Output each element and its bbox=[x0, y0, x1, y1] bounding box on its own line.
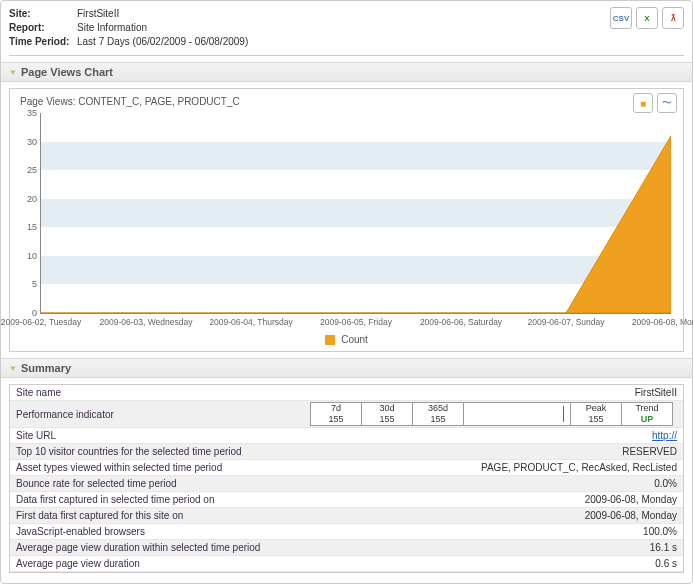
chart-legend: Count bbox=[16, 328, 677, 345]
summary-value: http:// bbox=[297, 429, 683, 442]
summary-label: Site URL bbox=[10, 429, 297, 442]
summary-value: 0.0% bbox=[297, 477, 683, 490]
summary-value: RESERVED bbox=[297, 445, 683, 458]
summary-value: 2009-06-08, Monday bbox=[297, 509, 683, 522]
y-tick: 20 bbox=[19, 194, 37, 204]
x-tick: 2009-06-03, Wednesday bbox=[100, 317, 193, 327]
summary-label: Data first captured in selected time per… bbox=[10, 493, 297, 506]
summary-section-label: Summary bbox=[21, 362, 71, 374]
collapse-icon[interactable]: ▼ bbox=[9, 68, 17, 77]
legend-swatch bbox=[325, 335, 335, 345]
report-value: Site Information bbox=[77, 22, 147, 33]
summary-row: Average page view duration within select… bbox=[10, 540, 683, 556]
summary-label: First data first captured for this site … bbox=[10, 509, 297, 522]
summary-label: Performance indicator bbox=[10, 408, 297, 421]
summary-value: 100.0% bbox=[297, 525, 683, 538]
site-value: FirstSiteII bbox=[77, 8, 119, 19]
summary-row: Average page view duration0.6 s bbox=[10, 556, 683, 572]
chart-panel: Page Views: CONTENT_C, PAGE, PRODUCT_C ■… bbox=[9, 88, 684, 352]
export-xls-button[interactable]: X bbox=[636, 7, 658, 29]
y-tick: 25 bbox=[19, 165, 37, 175]
chart-bar-button[interactable]: ■ bbox=[633, 93, 653, 113]
summary-label: Top 10 visitor countries for the selecte… bbox=[10, 445, 297, 458]
summary-row: Top 10 visitor countries for the selecte… bbox=[10, 444, 683, 460]
summary-row: Data first captured in selected time per… bbox=[10, 492, 683, 508]
chart-section-label: Page Views Chart bbox=[21, 66, 113, 78]
perf-cell: TrendUP bbox=[621, 402, 673, 426]
summary-value: 0.6 s bbox=[297, 557, 683, 570]
summary-label: Average page view duration within select… bbox=[10, 541, 297, 554]
perf-sparkline bbox=[463, 402, 570, 426]
summary-row: Bounce rate for selected time period0.0% bbox=[10, 476, 683, 492]
summary-row: First data first captured for this site … bbox=[10, 508, 683, 524]
summary-label: Asset types viewed within selected time … bbox=[10, 461, 297, 474]
summary-value: FirstSiteII bbox=[297, 386, 683, 399]
chart-plot-area: 051015202530352009-06-02, Tuesday2009-06… bbox=[40, 113, 671, 314]
summary-value: 7d15530d155365d155Peak155TrendUP bbox=[297, 401, 683, 427]
chart-line-button[interactable]: 〜 bbox=[657, 93, 677, 113]
y-tick: 15 bbox=[19, 222, 37, 232]
y-tick: 35 bbox=[19, 108, 37, 118]
summary-label: Site name bbox=[10, 386, 297, 399]
summary-label: JavaScript-enabled browsers bbox=[10, 525, 297, 538]
export-buttons: CSV X ƛ bbox=[610, 7, 684, 29]
chart-subtitle: Page Views: CONTENT_C, PAGE, PRODUCT_C bbox=[16, 94, 240, 113]
x-tick: 2009-06-02, Tuesday bbox=[1, 317, 81, 327]
perf-cell: 7d155 bbox=[310, 402, 361, 426]
summary-table: Site nameFirstSiteIIPerformance indicato… bbox=[9, 384, 684, 573]
collapse-icon[interactable]: ▼ bbox=[9, 364, 17, 373]
x-tick: 2009-06-07, Sunday bbox=[527, 317, 604, 327]
y-tick: 30 bbox=[19, 137, 37, 147]
legend-label: Count bbox=[341, 334, 368, 345]
export-pdf-button[interactable]: ƛ bbox=[662, 7, 684, 29]
perf-cell: 365d155 bbox=[412, 402, 463, 426]
summary-value: PAGE, PRODUCT_C, RecAsked, RecListed bbox=[297, 461, 683, 474]
summary-label: Average page view duration bbox=[10, 557, 297, 570]
site-url-link[interactable]: http:// bbox=[652, 430, 677, 441]
perf-cell: 30d155 bbox=[361, 402, 412, 426]
x-tick: 2009-06-06, Saturday bbox=[420, 317, 502, 327]
summary-row: Asset types viewed within selected time … bbox=[10, 460, 683, 476]
section-summary-title: ▼ Summary bbox=[1, 358, 692, 378]
x-tick: 2009-06-05, Friday bbox=[320, 317, 392, 327]
x-tick: 2009-06-04, Thursday bbox=[209, 317, 292, 327]
chart-area-series bbox=[41, 113, 671, 313]
period-value: Last 7 Days (06/02/2009 - 06/08/2009) bbox=[77, 36, 248, 47]
x-tick: 2009-06-08, Monday bbox=[632, 317, 693, 327]
export-csv-button[interactable]: CSV bbox=[610, 7, 632, 29]
report-header: Site:FirstSiteII Report:Site Information… bbox=[9, 7, 684, 56]
summary-row: Site URLhttp:// bbox=[10, 428, 683, 444]
summary-label: Bounce rate for selected time period bbox=[10, 477, 297, 490]
summary-row: Site nameFirstSiteII bbox=[10, 385, 683, 401]
perf-cell: Peak155 bbox=[570, 402, 621, 426]
y-tick: 5 bbox=[19, 279, 37, 289]
summary-value: 2009-06-08, Monday bbox=[297, 493, 683, 506]
summary-row: Performance indicator7d15530d155365d155P… bbox=[10, 401, 683, 428]
report-page: Site:FirstSiteII Report:Site Information… bbox=[0, 0, 693, 584]
report-label: Report: bbox=[9, 21, 77, 35]
summary-row: JavaScript-enabled browsers100.0% bbox=[10, 524, 683, 540]
y-tick: 10 bbox=[19, 251, 37, 261]
period-label: Time Period: bbox=[9, 35, 77, 49]
site-label: Site: bbox=[9, 7, 77, 21]
summary-value: 16.1 s bbox=[297, 541, 683, 554]
header-meta: Site:FirstSiteII Report:Site Information… bbox=[9, 7, 248, 49]
section-chart-title: ▼ Page Views Chart bbox=[1, 62, 692, 82]
